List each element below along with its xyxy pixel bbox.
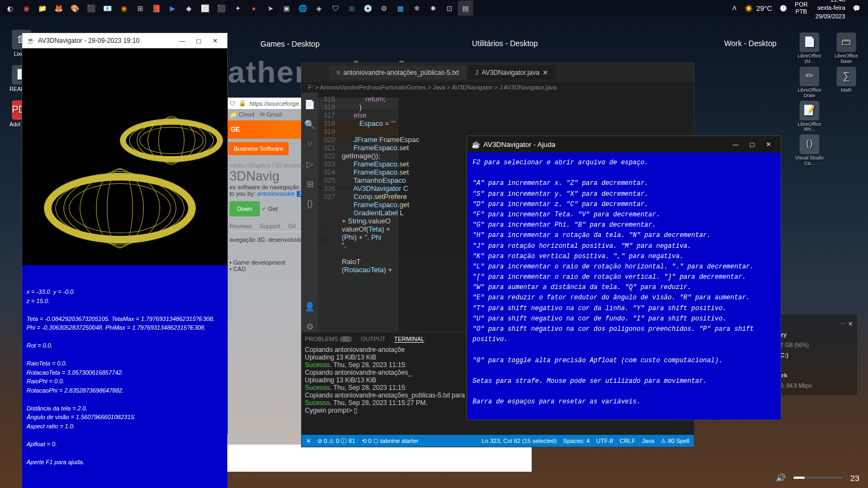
minimize-button[interactable]: —: [174, 33, 190, 48]
sf-tab[interactable]: Reviews: [229, 223, 252, 229]
tb-icon[interactable]: ▦: [393, 1, 408, 16]
status-eol[interactable]: CRLF: [620, 438, 635, 444]
output-tab[interactable]: OUTPUT: [361, 336, 385, 343]
tb-icon[interactable]: ●: [246, 1, 261, 16]
widget-menu-icon[interactable]: ⋯ ✕: [840, 319, 853, 330]
help-window: ☕ AV3DNavigator - Ajuda — ▢ ✕ F2 para se…: [467, 136, 781, 420]
status-position[interactable]: Ln 323, Col 82 (15 selected): [482, 438, 557, 444]
desktop-icon[interactable]: 📄LibreOffice (M...: [793, 33, 826, 65]
tb-icon[interactable]: 💿: [360, 1, 375, 16]
maximize-button[interactable]: ▢: [190, 33, 207, 48]
3d-canvas[interactable]: [22, 48, 227, 265]
bottom-taskbar: 🔊 23: [767, 467, 868, 488]
tb-icon[interactable]: 🌐: [295, 1, 310, 16]
terminal-tab[interactable]: TERMINAL: [394, 336, 425, 343]
gear-icon[interactable]: ⚙: [306, 322, 314, 332]
av3dnavigator-window: ☕ AV3DNavigator - 28-09-2023 19:10 — ▢ ✕…: [22, 33, 228, 434]
tb-icon[interactable]: ▣: [279, 1, 294, 16]
explorer-icon[interactable]: 📄: [304, 99, 315, 110]
group-label-work: Work - Desktop: [724, 39, 776, 48]
bookmark-cloud[interactable]: 📁 Cloud: [229, 111, 254, 118]
get-updates-button[interactable]: Get: [268, 206, 278, 212]
desktop-icon[interactable]: ∑Math: [830, 67, 863, 93]
search-icon[interactable]: 🔍: [304, 119, 315, 130]
tb-icon[interactable]: 🦊: [51, 1, 66, 16]
maximize-button[interactable]: ▢: [744, 137, 760, 152]
json-icon[interactable]: {}: [307, 199, 313, 209]
status-tabnine[interactable]: ⟲ 0 ⬡ tabnine starter: [362, 438, 419, 445]
tb-icon[interactable]: ◉: [18, 1, 34, 16]
start-icon[interactable]: ◐: [2, 1, 17, 16]
window-titlebar[interactable]: ☕ AV3DNavigator - Ajuda — ▢ ✕: [467, 136, 781, 152]
tb-icon[interactable]: ✹: [425, 1, 441, 16]
close-button[interactable]: ✕: [207, 33, 223, 48]
window-icon: ☕: [27, 37, 35, 44]
tb-icon[interactable]: ▶: [165, 1, 180, 16]
tb-icon[interactable]: ⬜: [197, 1, 213, 16]
download-button[interactable]: Down: [229, 201, 260, 216]
minimize-button[interactable]: —: [727, 137, 744, 152]
locale-indicator[interactable]: POR PTB: [795, 1, 808, 15]
lock-icon: 🔒: [239, 100, 246, 107]
tb-icon[interactable]: 📁: [35, 1, 50, 16]
status-spaces[interactable]: Spaces: 4: [563, 438, 590, 444]
volume-slider[interactable]: [794, 477, 843, 479]
volume-icon[interactable]: 🔊: [776, 473, 786, 483]
tb-icon[interactable]: ❄: [409, 1, 424, 16]
status-lang[interactable]: Java: [642, 438, 654, 444]
tb-icon[interactable]: ▤: [458, 1, 473, 16]
problems-tab[interactable]: PROBLEMS 81: [305, 336, 352, 343]
sf-tab[interactable]: Git: [288, 223, 296, 229]
tb-icon[interactable]: 🛡: [328, 1, 343, 16]
weather-widget[interactable]: ☀️ 29°C: [744, 4, 772, 12]
tb-icon[interactable]: ◆: [181, 1, 196, 16]
shield-icon: 🛡: [229, 100, 235, 107]
tb-icon[interactable]: 📧: [100, 1, 115, 16]
tb-icon[interactable]: 📕: [149, 1, 164, 16]
status-close-icon[interactable]: ✕: [306, 438, 311, 445]
tb-icon[interactable]: ⬛: [84, 1, 99, 16]
status-errors[interactable]: ⊘ 0 ⚠ 0 ⓘ 81: [317, 437, 355, 445]
app-icon: ✏: [800, 67, 819, 86]
tb-icon[interactable]: ⊡: [442, 1, 457, 16]
tb-icon[interactable]: ✦: [230, 1, 245, 16]
ext-icon[interactable]: ⊞: [307, 179, 314, 189]
torus-wireframe: [120, 119, 223, 162]
sf-tab[interactable]: Support: [260, 223, 281, 229]
bookmark-gmail[interactable]: ✉ Gmail: [260, 111, 282, 118]
breadcrumb: F: > AntonioVandrePedrosaFurtunatoGomes …: [302, 82, 694, 93]
weather-icon: ☀️: [744, 4, 753, 12]
account-icon[interactable]: 👤: [304, 301, 315, 312]
tb-icon[interactable]: ➤: [263, 1, 278, 16]
tb-icon[interactable]: ◉: [116, 1, 131, 16]
debug-icon[interactable]: ▷: [307, 159, 313, 169]
tb-icon[interactable]: ◈: [311, 1, 327, 16]
close-button[interactable]: ✕: [760, 137, 776, 152]
stats-panel: x = -33.0. y = -0.0. z = 15.0. Teta = -0…: [22, 265, 227, 488]
editor-tab[interactable]: ≡antoniovandre-anotações_públicas-5.txt: [329, 66, 467, 80]
clock[interactable]: 11:48 sexta-feira 29/09/2023: [815, 0, 845, 21]
window-title: AV3DNavigator - 28-09-2023 19:10: [38, 37, 139, 44]
scm-icon[interactable]: ⑂: [307, 139, 312, 149]
tray-icon[interactable]: 🕐: [780, 5, 787, 12]
editor-tab[interactable]: JAV3DNavigator.java✕: [468, 66, 556, 80]
desktop-icon[interactable]: 📝LibreOffice Wri...: [793, 101, 826, 133]
tb-icon[interactable]: ⚙: [376, 1, 392, 16]
tb-icon[interactable]: 🎨: [67, 1, 82, 16]
notifications-icon[interactable]: 💬: [853, 5, 860, 12]
tray-icon[interactable]: ᐱ: [732, 5, 737, 12]
app-icon: ∑: [837, 67, 856, 86]
author-link[interactable]: antoniovandre: [257, 190, 295, 197]
tb-icon[interactable]: ⊞: [344, 1, 359, 16]
weather-temp: 29°C: [756, 4, 772, 12]
desktop-icon[interactable]: ✏LibreOffice Draw: [793, 67, 826, 99]
window-titlebar[interactable]: ☕ AV3DNavigator - 28-09-2023 19:10 — ▢ ✕: [22, 33, 227, 48]
tb-icon[interactable]: ⊞: [132, 1, 148, 16]
tb-icon[interactable]: ⬛: [214, 1, 229, 16]
status-spell[interactable]: ⚠ 80 Spell: [661, 438, 690, 445]
desktop-icon[interactable]: ⟨⟩Visual Studio Ca...: [793, 134, 826, 166]
status-encoding[interactable]: UTF-8: [596, 438, 613, 444]
biz-software-tab[interactable]: Business Software: [228, 142, 289, 155]
close-icon[interactable]: ✕: [542, 69, 548, 76]
desktop-icon[interactable]: 🗃LibreOffice Base: [830, 33, 863, 65]
